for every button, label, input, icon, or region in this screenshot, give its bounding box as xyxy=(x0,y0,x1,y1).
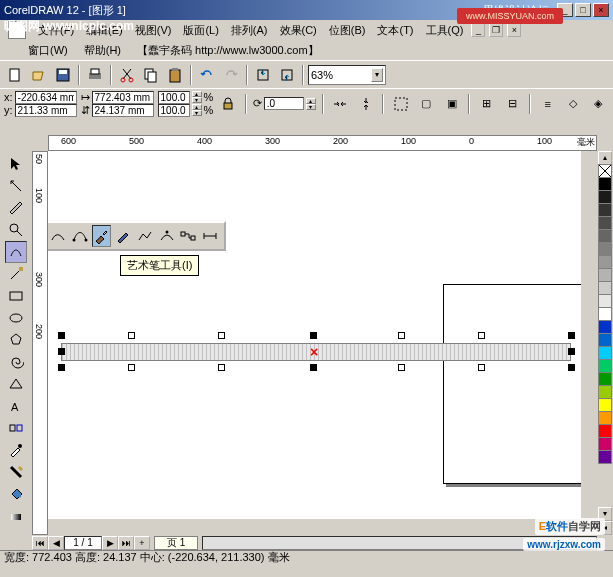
color-swatch[interactable] xyxy=(598,255,612,269)
connector-flyout-button[interactable] xyxy=(179,225,199,247)
save-button[interactable] xyxy=(52,64,74,86)
pen-flyout-button[interactable] xyxy=(113,225,133,247)
color-swatch[interactable] xyxy=(598,398,612,412)
color-swatch[interactable] xyxy=(598,385,612,399)
color-swatch[interactable] xyxy=(598,320,612,334)
blend-tool[interactable] xyxy=(5,417,27,439)
ellipse-tool[interactable] xyxy=(5,307,27,329)
sel-handle-tm[interactable] xyxy=(310,332,317,339)
color-swatch[interactable] xyxy=(598,242,612,256)
drawing-canvas[interactable]: × ▾ 艺术笔工具(I) xyxy=(48,151,581,519)
sel-handle-tl[interactable] xyxy=(58,332,65,339)
freehand-tool[interactable] xyxy=(5,241,27,263)
menu-arrange[interactable]: 排列(A) xyxy=(227,21,272,40)
menu-help[interactable]: 帮助(H) xyxy=(80,41,125,60)
align-button[interactable]: ≡ xyxy=(537,93,558,115)
sel-handle[interactable] xyxy=(128,364,135,371)
print-button[interactable] xyxy=(84,64,106,86)
spinner[interactable]: ▴▾ xyxy=(306,98,316,110)
menu-text[interactable]: 文本(T) xyxy=(373,21,417,40)
center-marker[interactable]: × xyxy=(310,344,318,360)
shape-tool[interactable] xyxy=(5,175,27,197)
add-page-button[interactable]: + xyxy=(134,536,150,550)
y-input[interactable] xyxy=(15,104,77,117)
sel-handle[interactable] xyxy=(398,364,405,371)
palette-scroll-up[interactable]: ▴ xyxy=(598,151,612,165)
outline-tool[interactable] xyxy=(5,461,27,483)
sel-handle-bl[interactable] xyxy=(58,364,65,371)
redo-button[interactable] xyxy=(220,64,242,86)
undo-button[interactable] xyxy=(196,64,218,86)
freehand-flyout-button[interactable] xyxy=(48,225,68,247)
first-page-button[interactable]: ⏮ xyxy=(32,536,48,550)
page-tab-1[interactable]: 页 1 xyxy=(154,536,198,550)
sel-handle[interactable] xyxy=(478,364,485,371)
convert-button[interactable]: ◇ xyxy=(562,93,583,115)
color-swatch[interactable] xyxy=(598,281,612,295)
color-swatch[interactable] xyxy=(598,307,612,321)
bezier-flyout-button[interactable] xyxy=(70,225,90,247)
paste-button[interactable] xyxy=(164,64,186,86)
prev-page-button[interactable]: ◀ xyxy=(48,536,64,550)
menu-view[interactable]: 视图(V) xyxy=(131,21,176,40)
interactive-fill-tool[interactable] xyxy=(5,505,27,527)
open-button[interactable] xyxy=(28,64,50,86)
dropdown-icon[interactable]: ▾ xyxy=(371,68,383,82)
spinner[interactable]: ▴▾ xyxy=(192,91,202,103)
crop-tool[interactable] xyxy=(5,197,27,219)
sel-handle-ml[interactable] xyxy=(58,348,65,355)
eyedropper-tool[interactable] xyxy=(5,439,27,461)
sel-handle[interactable] xyxy=(398,332,405,339)
menu-ad-link[interactable]: 【蠢宇条码 http://www.lw3000.com】 xyxy=(133,41,323,60)
sel-handle[interactable] xyxy=(218,332,225,339)
height-input[interactable] xyxy=(92,104,154,117)
ruler-vertical[interactable]: 50 100 200 300 xyxy=(32,151,48,535)
combine-button[interactable]: ◈ xyxy=(588,93,609,115)
menu-effects[interactable]: 效果(C) xyxy=(276,21,321,40)
sel-handle[interactable] xyxy=(128,332,135,339)
color-swatch[interactable] xyxy=(598,424,612,438)
spinner[interactable]: ▴▾ xyxy=(192,104,202,116)
color-swatch[interactable] xyxy=(598,450,612,464)
close-button[interactable]: × xyxy=(593,3,609,17)
new-button[interactable] xyxy=(4,64,26,86)
pick-tool[interactable] xyxy=(5,153,27,175)
export-button[interactable] xyxy=(276,64,298,86)
group-button[interactable]: ⊟ xyxy=(502,93,523,115)
sel-handle-bm[interactable] xyxy=(310,364,317,371)
maximize-button[interactable]: □ xyxy=(575,3,591,17)
color-swatch[interactable] xyxy=(598,333,612,347)
menu-window[interactable]: 窗口(W) xyxy=(24,41,72,60)
dimension-flyout-button[interactable] xyxy=(200,225,220,247)
color-swatch[interactable] xyxy=(598,359,612,373)
copy-button[interactable] xyxy=(140,64,162,86)
3point-curve-flyout-button[interactable] xyxy=(157,225,177,247)
fill-tool[interactable] xyxy=(5,483,27,505)
to-back-button[interactable]: ▣ xyxy=(441,93,462,115)
rotation-input[interactable] xyxy=(264,97,304,110)
to-front-button[interactable]: ▢ xyxy=(416,93,437,115)
doc-minimize-button[interactable]: _ xyxy=(471,23,485,37)
x-input[interactable] xyxy=(15,91,77,104)
scale-x-input[interactable] xyxy=(158,91,190,104)
wrap-button[interactable] xyxy=(390,93,411,115)
ruler-horizontal[interactable]: 600 500 400 300 200 100 0 100 xyxy=(48,135,597,151)
color-swatch[interactable] xyxy=(598,216,612,230)
no-color-swatch[interactable] xyxy=(598,164,612,178)
menu-layout[interactable]: 版面(L) xyxy=(179,21,222,40)
sel-handle-br[interactable] xyxy=(568,364,575,371)
color-swatch[interactable] xyxy=(598,190,612,204)
width-input[interactable] xyxy=(92,91,154,104)
color-swatch[interactable] xyxy=(598,346,612,360)
basic-shapes-tool[interactable] xyxy=(5,373,27,395)
next-page-button[interactable]: ▶ xyxy=(102,536,118,550)
spiral-tool[interactable] xyxy=(5,351,27,373)
sel-handle[interactable] xyxy=(478,332,485,339)
smart-draw-tool[interactable] xyxy=(5,263,27,285)
text-tool[interactable]: A xyxy=(5,395,27,417)
page-counter[interactable]: 1 / 1 xyxy=(64,536,102,550)
mirror-v-button[interactable] xyxy=(355,93,376,115)
color-swatch[interactable] xyxy=(598,437,612,451)
menu-bitmaps[interactable]: 位图(B) xyxy=(325,21,370,40)
ungroup-button[interactable]: ⊞ xyxy=(476,93,497,115)
